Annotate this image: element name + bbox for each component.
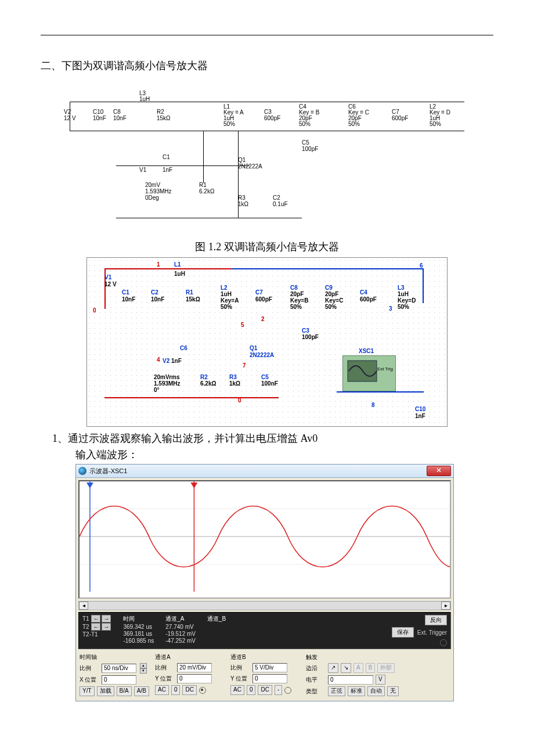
- save-button[interactable]: 保存: [392, 627, 414, 638]
- lbl-V2: V2: [64, 109, 71, 115]
- edge-rise-button[interactable]: ↗: [328, 663, 338, 673]
- chB-ac-button[interactable]: AC: [230, 685, 244, 695]
- chA-0-button[interactable]: 0: [171, 685, 181, 695]
- section-title: 二、下图为双调谐高频小信号放大器: [41, 59, 493, 73]
- load-button[interactable]: 加载: [97, 686, 114, 696]
- val-L1c: 50%: [223, 121, 235, 127]
- lbl-Q1: Q1: [238, 157, 246, 163]
- reverse-button[interactable]: 反向: [425, 615, 447, 625]
- val2-C10: 1nF: [415, 413, 425, 419]
- osc-app-icon: [78, 467, 86, 475]
- t1-right[interactable]: →: [102, 615, 111, 622]
- time-scale-up[interactable]: ▴: [140, 663, 147, 668]
- val-L3: 1uH: [139, 96, 150, 102]
- yt-button[interactable]: Y/T: [80, 686, 95, 696]
- scroll-left-button[interactable]: ◂: [79, 602, 88, 610]
- xpos-lab: X 位置: [80, 676, 99, 684]
- osc-hscroll[interactable]: ◂ ▸: [78, 601, 451, 610]
- val2-C9b: Key=C: [325, 297, 343, 304]
- time-hdr: 时间: [123, 615, 154, 623]
- type-sine-button[interactable]: 正弦: [328, 686, 345, 696]
- chB-0-button[interactable]: 0: [247, 685, 256, 695]
- val2-C8b: Key=B: [290, 297, 308, 304]
- edge-A-button[interactable]: A: [353, 663, 363, 673]
- val2-C2: 10nF: [151, 296, 164, 303]
- t1-left[interactable]: ←: [91, 615, 100, 622]
- net-4: 4: [157, 357, 160, 363]
- type-std-button[interactable]: 标准: [348, 686, 365, 696]
- val2-L1: 1uH: [174, 271, 185, 277]
- t2-left[interactable]: ←: [91, 623, 100, 631]
- osc-titlebar[interactable]: 示波器-XSC1 ✕: [76, 465, 453, 478]
- val-V2: 12 V: [64, 115, 76, 121]
- ext-trigger-radio[interactable]: [440, 639, 447, 646]
- question-1-sub: 输入端波形：: [75, 448, 493, 462]
- val2-R2: 6.2kΩ: [200, 380, 216, 387]
- lbl2-C3: C3: [302, 327, 309, 334]
- net-8: 8: [371, 402, 375, 408]
- edge-fall-button[interactable]: ↘: [341, 663, 351, 673]
- edge-B-button[interactable]: B: [366, 663, 376, 673]
- chA-dc-button[interactable]: DC: [182, 685, 196, 695]
- level-field[interactable]: 0: [328, 675, 373, 685]
- chB-radio[interactable]: [284, 687, 291, 694]
- chA-scale-field[interactable]: 20 mV/Div: [177, 663, 212, 672]
- lbl-C7: C7: [392, 109, 399, 115]
- close-button[interactable]: ✕: [427, 466, 451, 476]
- net-5: 5: [241, 322, 244, 328]
- lbl2-V1: V1: [104, 274, 111, 280]
- net-6: 6: [420, 262, 423, 269]
- edge-ext-button[interactable]: 外部: [377, 663, 395, 673]
- lbl-C3: C3: [264, 109, 272, 115]
- lbl2-C5: C5: [261, 374, 269, 380]
- ab-button[interactable]: A/B: [134, 686, 149, 696]
- chA-ypos-field[interactable]: 0: [177, 674, 212, 683]
- xpos-field[interactable]: 0: [102, 675, 136, 685]
- figure-caption-1: 图 1.2 双调谐高频小信号放大器: [41, 240, 493, 254]
- t2-right[interactable]: →: [102, 623, 111, 631]
- chB-scale-lab: 比例: [230, 664, 250, 672]
- t2-label: T2: [82, 624, 89, 630]
- chA-hdr: 通道_A: [165, 615, 196, 623]
- val2-R1: 15kΩ: [186, 296, 200, 303]
- time-scale-dn[interactable]: ▾: [140, 668, 147, 674]
- svg-marker-5: [86, 483, 93, 488]
- chB-hdr: 通道_B: [207, 615, 226, 623]
- chA-hdr2: 通道A: [155, 653, 225, 661]
- val-Q1: 2N2222A: [238, 163, 262, 170]
- val2-L2b: Key=A: [221, 297, 239, 304]
- lbl2-C9: C9: [325, 285, 333, 291]
- type-auto-button[interactable]: 自动: [367, 686, 385, 696]
- lbl2-V2: V2: [163, 358, 169, 364]
- val2-C9a: 20pF: [325, 291, 338, 297]
- val2-L3c: 50%: [398, 304, 409, 310]
- scope-ext-trig: Ext Trig: [377, 366, 393, 372]
- chB-ypos-field[interactable]: 0: [252, 674, 287, 683]
- page-rule: [41, 35, 493, 35]
- osc-screen[interactable]: [78, 480, 451, 599]
- lbl2-C4: C4: [360, 289, 367, 296]
- lbl2-C2: C2: [151, 289, 158, 296]
- ba-button[interactable]: B/A: [117, 686, 132, 696]
- chB-scale-field[interactable]: 5 V/Div: [252, 663, 287, 672]
- chA-radio[interactable]: [199, 687, 206, 694]
- net-1: 1: [157, 261, 160, 268]
- val-R2: 15kΩ: [157, 115, 171, 121]
- time-scale-field[interactable]: 50 ns/Div: [102, 664, 136, 673]
- dt-label: T2-T1: [82, 631, 111, 638]
- time-scale-lab: 比例: [80, 664, 99, 672]
- chB-dc-button[interactable]: DC: [258, 685, 272, 695]
- dt-chA: -47.252 mV: [165, 638, 196, 644]
- level-unit[interactable]: V: [376, 675, 385, 685]
- lbl2-L2: L2: [221, 285, 228, 291]
- val2-C8a: 20pF: [290, 291, 304, 297]
- type-none-button[interactable]: 无: [387, 686, 399, 696]
- val-R1: 6.2kΩ: [199, 188, 214, 195]
- chB-inv-button[interactable]: -: [275, 685, 282, 695]
- lbl-C5: C5: [302, 139, 309, 146]
- lbl-R3: R3: [238, 195, 246, 201]
- scroll-right-button[interactable]: ▸: [441, 602, 450, 610]
- chA-ac-button[interactable]: AC: [155, 685, 169, 695]
- net-0a: 0: [93, 307, 96, 314]
- scope-icon[interactable]: Ext Trig: [342, 355, 396, 391]
